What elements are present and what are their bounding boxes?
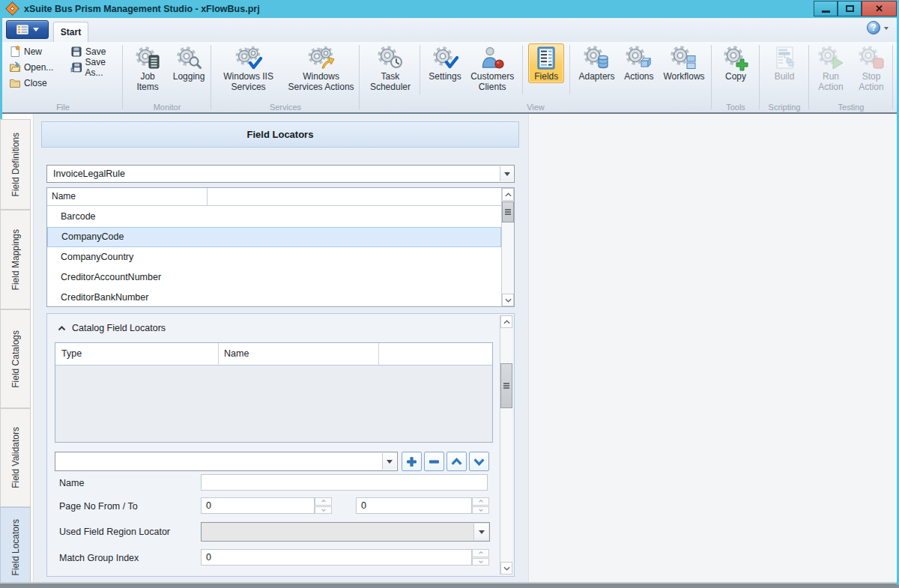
application-menu-button[interactable]	[6, 20, 49, 39]
match-group-index-spinner[interactable]	[472, 549, 489, 566]
sidebar-tab-field-definitions[interactable]: Field Definitions	[0, 119, 31, 210]
copy-label: Copy	[725, 72, 746, 82]
table-grid-icon	[16, 25, 28, 34]
region-dropdown-button[interactable]	[473, 524, 488, 540]
scrollbar-thumb[interactable]	[500, 363, 512, 408]
page-no-from-input[interactable]	[201, 497, 315, 514]
scroll-down-button[interactable]	[500, 562, 512, 575]
column-header-type[interactable]: Type	[61, 343, 82, 365]
ribbon-group-view: Task Scheduler Settings	[360, 42, 712, 112]
content-empty-area	[528, 114, 897, 584]
page-title: Field Locators	[41, 121, 519, 148]
group-label-services: Services	[211, 103, 360, 112]
column-divider[interactable]	[378, 343, 379, 366]
button-separator	[522, 45, 523, 94]
sidebar-tab-field-locators[interactable]: Field Locators	[0, 507, 31, 588]
customers-clients-button[interactable]: Customers Clients	[467, 43, 517, 94]
settings-button[interactable]: Settings	[426, 43, 464, 83]
windows-services-actions-button[interactable]: Windows Services Actions	[286, 43, 356, 94]
column-divider[interactable]	[218, 343, 219, 366]
scroll-up-button[interactable]	[500, 315, 512, 328]
stop-action-button[interactable]: Stop Action	[854, 43, 889, 94]
gear-plus-icon	[722, 46, 749, 71]
list-scrollbar[interactable]	[501, 188, 514, 306]
catalog-table: Type Name	[55, 342, 493, 443]
list-item[interactable]: Barcode	[47, 207, 501, 227]
run-action-button[interactable]: Run Action	[814, 43, 848, 94]
match-group-index-input[interactable]	[201, 549, 472, 566]
button-separator	[569, 45, 570, 94]
list-item[interactable]: CreditorBankNumber	[47, 288, 501, 308]
gears-check-icon	[235, 46, 262, 71]
sidebar-tab-field-catalogs[interactable]: Field Catalogs	[0, 309, 31, 408]
rule-selector-dropdown-button[interactable]	[500, 166, 513, 181]
page-no-to-input[interactable]	[356, 497, 472, 514]
page-no-to-spinner[interactable]	[472, 497, 489, 514]
fields-label: Fields	[534, 72, 558, 82]
spin-down-button[interactable]	[472, 506, 489, 515]
move-up-button[interactable]	[447, 452, 467, 471]
spin-up-button[interactable]	[315, 497, 332, 506]
help-button[interactable]: ?	[867, 21, 880, 34]
rule-selector-dropdown[interactable]: InvoiceLegalRule	[46, 165, 515, 183]
help-chevron-down-icon[interactable]	[884, 27, 889, 30]
used-field-region-locator-dropdown[interactable]	[201, 522, 490, 542]
task-scheduler-button[interactable]: Task Scheduler	[366, 43, 414, 94]
logging-button[interactable]: Logging	[170, 43, 208, 83]
new-button[interactable]: New	[7, 43, 61, 59]
job-items-button[interactable]: Job Items	[131, 43, 164, 94]
field-catalogs-label: Field Catalogs	[10, 330, 21, 388]
column-divider[interactable]	[207, 188, 208, 206]
remove-locator-button[interactable]	[424, 452, 444, 471]
column-header-name[interactable]: Name	[224, 343, 249, 365]
move-down-button[interactable]	[469, 452, 489, 471]
save-as-button[interactable]: Save As...	[68, 59, 127, 75]
list-header[interactable]: Name	[47, 188, 501, 206]
copy-button[interactable]: Copy	[718, 43, 753, 83]
close-button[interactable]: ✕	[862, 1, 897, 16]
sidebar-tab-field-mappings[interactable]: Field Mappings	[0, 210, 31, 309]
spin-up-button[interactable]	[472, 497, 489, 506]
sidebar-tab-field-validators[interactable]: Field Validators	[0, 408, 31, 507]
adapters-button[interactable]: Adapters	[575, 43, 617, 83]
add-locator-button[interactable]	[402, 452, 422, 471]
windows-iis-services-button[interactable]: Windows IIS Services	[218, 43, 279, 94]
scroll-up-button[interactable]	[502, 188, 514, 201]
ribbon-group-file: New Open...	[3, 42, 123, 112]
actions-button[interactable]: Actions	[621, 43, 657, 83]
maximize-button[interactable]	[838, 1, 862, 16]
scrollbar-thumb[interactable]	[502, 201, 514, 222]
tab-start[interactable]: Start	[53, 22, 88, 42]
name-field-input[interactable]	[201, 474, 488, 491]
catalog-section-header[interactable]: Catalog Field Locators	[58, 323, 166, 333]
group-label-tools: Tools	[712, 103, 760, 112]
minimize-button[interactable]	[814, 1, 838, 16]
open-button[interactable]: Open...	[7, 59, 61, 75]
open-label: Open...	[24, 62, 53, 73]
chevron-down-icon	[505, 298, 512, 303]
build-button[interactable]: Build	[767, 43, 802, 83]
move-up-icon	[450, 455, 463, 468]
catalog-locator-combo[interactable]	[55, 452, 398, 471]
spin-down-button[interactable]	[472, 558, 489, 566]
page-no-from-spinner[interactable]	[315, 497, 332, 514]
close-button-file[interactable]: Close	[7, 75, 61, 91]
list-item[interactable]: CompanyCountry	[47, 247, 501, 267]
column-header-name[interactable]: Name	[52, 188, 76, 205]
list-item-selected[interactable]: CompanyCode	[47, 227, 501, 247]
scroll-down-button[interactable]	[502, 294, 514, 306]
spin-up-button[interactable]	[472, 549, 489, 557]
windows-services-actions-label: Windows Services Actions	[287, 72, 355, 93]
chevron-up-icon	[505, 193, 512, 197]
fields-button[interactable]: Fields	[528, 43, 564, 83]
catalog-table-header[interactable]: Type Name	[55, 343, 492, 366]
chevron-down-icon	[479, 509, 483, 512]
chevron-up-icon	[503, 320, 510, 324]
spin-down-button[interactable]	[315, 506, 332, 515]
minimize-icon	[822, 10, 830, 13]
catalog-scrollbar[interactable]	[500, 315, 512, 575]
workflows-button[interactable]: Workflows	[660, 43, 708, 83]
chevron-up-icon	[321, 500, 326, 503]
catalog-combo-dropdown-button[interactable]	[382, 453, 396, 470]
list-item[interactable]: CreditorAccountNumber	[47, 267, 501, 288]
